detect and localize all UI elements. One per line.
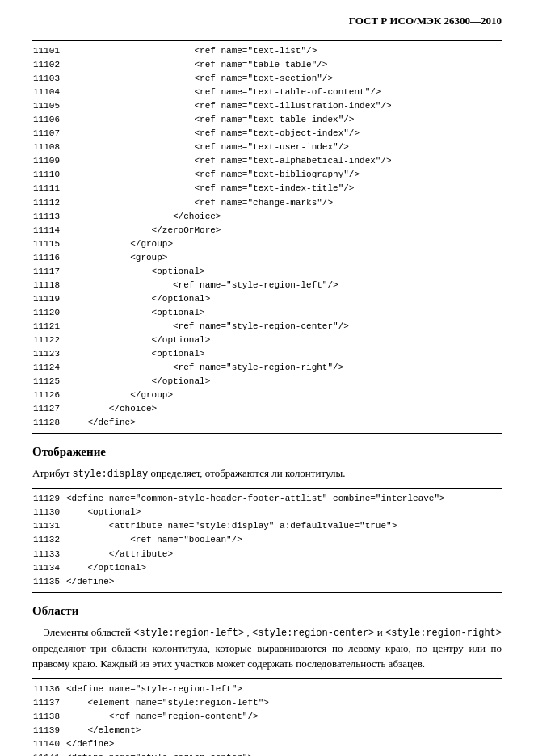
line-number: 11115 [32,237,66,251]
code-line: 11130 <optional> [32,506,502,519]
line-code: <ref name="text-user-index"/> [66,141,349,154]
code-line: 11104 <ref name="text-table-of-content"/… [32,86,502,99]
code-line: 11140</define> [32,737,502,751]
line-number: 11131 [32,519,66,533]
code-line: 11103 <ref name="text-section"/> [32,72,502,86]
line-number: 11140 [32,737,66,751]
line-code: </choice> [66,210,221,224]
line-number: 11111 [32,182,66,195]
line-code: <optional> [66,306,205,320]
code-line: 11101 <ref name="text-list"/> [32,44,502,58]
section-display-para: Атрибут style:display определяет, отобра… [32,465,502,481]
line-number: 11114 [32,224,66,237]
code-line: 11117 <optional> [32,265,502,279]
line-code: </define> [66,416,136,430]
code-line: 11105 <ref name="text-illustration-index… [32,99,502,113]
line-number: 11119 [32,292,66,306]
line-code: <ref name="text-table-index"/> [66,113,354,127]
line-number: 11141 [32,751,66,756]
line-code: <ref name="text-table-of-content"/> [66,86,381,99]
line-code: </define> [66,737,114,751]
line-number: 11136 [32,682,66,696]
code-line: 11120 <optional> [32,306,502,320]
line-code: <define name="common-style-header-footer… [66,492,445,506]
line-code: <optional> [66,347,205,361]
line-code: </optional> [66,292,210,306]
code-line: 11141<define name="style-region-center"> [32,751,502,756]
line-code: </optional> [66,334,210,347]
code-line: 11134 </optional> [32,561,502,575]
line-number: 11139 [32,724,66,737]
line-code: <ref name="style-region-left"/> [66,279,338,292]
line-number: 11107 [32,127,66,141]
line-number: 11104 [32,86,66,99]
line-code: </choice> [66,402,157,416]
code-line: 11126 </group> [32,388,502,402]
line-code: <element name="style:region-left"> [66,696,269,710]
code-line: 11109 <ref name="text-alphabetical-index… [32,154,502,168]
line-code: <ref name="text-section"/> [66,72,333,86]
line-code: <ref name="text-list"/> [66,44,317,58]
line-code: </attribute> [66,548,173,561]
line-code: </optional> [66,561,146,575]
line-number: 11101 [32,44,66,58]
line-number: 11117 [32,265,66,279]
code-line: 11107 <ref name="text-object-index"/> [32,127,502,141]
line-code: <attribute name="style:display" a:defaul… [66,519,397,533]
line-number: 11116 [32,251,66,265]
line-number: 11113 [32,210,66,224]
line-code: </define> [66,575,114,589]
line-code: </element> [66,724,141,737]
line-number: 11127 [32,402,66,416]
line-number: 11125 [32,375,66,388]
line-number: 11121 [32,320,66,334]
line-code: <ref name="text-alphabetical-index"/> [66,154,392,168]
line-code: <ref name="boolean"/> [66,533,242,547]
line-code: </group> [66,237,173,251]
line-number: 11129 [32,492,66,506]
section-display: Отображение Атрибут style:display опреде… [32,445,502,481]
section-areas: Области Элементы областей <style:region-… [32,604,502,672]
line-code: <ref name="table-table"/> [66,58,327,72]
code-line: 11132 <ref name="boolean"/> [32,533,502,547]
code-line: 11129<define name="common-style-header-f… [32,492,502,506]
line-number: 11123 [32,347,66,361]
line-code: <optional> [66,265,205,279]
code-line: 11110 <ref name="text-bibliography"/> [32,168,502,182]
code-line: 11122 </optional> [32,334,502,347]
line-number: 11106 [32,113,66,127]
line-number: 11138 [32,710,66,724]
line-number: 11134 [32,561,66,575]
line-number: 11105 [32,99,66,113]
line-code: <ref name="change-marks"/> [66,196,333,210]
line-code: <ref name="region-content"/> [66,710,259,724]
line-code: <define name="style-region-left"> [66,682,242,696]
line-number: 11112 [32,196,66,210]
line-number: 11124 [32,361,66,375]
line-code: <optional> [66,506,141,519]
code-line: 11102 <ref name="table-table"/> [32,58,502,72]
code-line: 11115 </group> [32,237,502,251]
code-line: 11128 </define> [32,416,502,430]
line-number: 11137 [32,696,66,710]
line-number: 11133 [32,548,66,561]
section-display-title: Отображение [32,445,502,459]
line-code: <ref name="text-illustration-index"/> [66,99,392,113]
code-line: 11123 <optional> [32,347,502,361]
line-code: <ref name="style-region-center"/> [66,320,349,334]
page-header: ГОСТ Р ИСО/МЭК 26300—2010 [0,0,534,36]
third-code-block: 11136<define name="style-region-left">11… [32,678,502,756]
second-code-block: 11129<define name="common-style-header-f… [32,488,502,592]
line-number: 11118 [32,279,66,292]
line-number: 11128 [32,416,66,430]
code-line: 11135</define> [32,575,502,589]
code-line: 11139 </element> [32,724,502,737]
line-code: </zeroOrMore> [66,224,221,237]
code-line: 11118 <ref name="style-region-left"/> [32,279,502,292]
line-number: 11110 [32,168,66,182]
line-number: 11130 [32,506,66,519]
header-title: ГОСТ Р ИСО/МЭК 26300—2010 [349,15,502,27]
code-line: 11133 </attribute> [32,548,502,561]
code-line: 11124 <ref name="style-region-right"/> [32,361,502,375]
line-number: 11120 [32,306,66,320]
